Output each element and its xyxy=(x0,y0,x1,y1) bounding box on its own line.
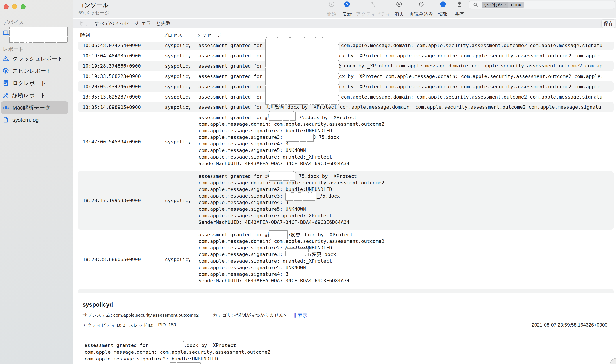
document-lines-icon xyxy=(2,80,9,86)
toolbar-button-label: 共有 xyxy=(455,11,464,17)
sidebar-item-report-1[interactable]: スピンレポート xyxy=(0,65,73,77)
detail-pane: syspolicyd サブシステム: com.apple.security.as… xyxy=(73,293,616,364)
table-row[interactable]: 18:28:17.199533+0900syspolicydassessment… xyxy=(78,171,614,230)
cell-time: 10:19:33.568223+0900 xyxy=(83,73,141,79)
toolbar-button-label: 消去 xyxy=(394,11,404,17)
log-message-line: com.apple.message.signature: granted:_XP… xyxy=(198,212,332,219)
pinwheel-icon xyxy=(2,67,9,74)
cell-time: 10:19:04.484935+0900 xyxy=(83,53,141,58)
search-icon xyxy=(473,2,478,7)
log-message-line: com.apple.message.signature4: 3 xyxy=(198,199,288,206)
table-row[interactable]: 10:20:05.434746+0900syspolicydassessment… xyxy=(78,81,614,91)
log-message-line: com.apple.message.signature3: xyxy=(198,193,286,199)
sidebar: デバイス レポート クラッシュレポートスピンレポートログレポート診断レポートMa… xyxy=(0,0,73,364)
table-row-partial[interactable] xyxy=(78,289,614,293)
detail-subsystem: サブシステム: com.apple.security.assessment.ou… xyxy=(82,312,199,318)
sidebar-item-label: system.log xyxy=(13,117,39,123)
clear-circle-icon xyxy=(396,1,402,7)
column-header-message[interactable]: メッセージ xyxy=(197,32,221,39)
cell-process: syspolicyd xyxy=(165,53,190,58)
reload-icon xyxy=(418,1,424,7)
column-header-process[interactable]: プロセス xyxy=(163,32,182,39)
cell-process: syspolicyd xyxy=(165,73,190,79)
message-count: 69 メッセージ xyxy=(78,10,110,16)
detail-message-line-continuation: .docx by _XProtect xyxy=(184,342,236,349)
log-message-line: com.apple.message.signature5: UNKNOWN xyxy=(198,206,306,212)
sidebar-item-report-3[interactable]: 診断レポート xyxy=(0,89,73,101)
window-title: コンソール xyxy=(78,1,109,9)
cell-process: syspolicyd xyxy=(165,84,190,89)
log-message-line-continuation: 3_75.docx xyxy=(313,134,339,141)
cell-process: syspolicyd xyxy=(165,104,190,110)
redaction-box-rows-filename xyxy=(265,38,339,105)
table-row[interactable]: 13:35:13.825287+0900syspolicydassessment… xyxy=(78,91,614,102)
search-field[interactable]: いずれか docx xyxy=(469,1,615,9)
cell-time: 10:06:48.074254+0900 xyxy=(83,42,141,48)
cell-process: syspolicyd xyxy=(165,198,190,203)
cell-time: 10:19:28.374866+0900 xyxy=(83,63,141,68)
sidebar-item-report-0[interactable]: クラッシュレポート xyxy=(0,52,73,65)
cell-time: 18:28:17.199533+0900 xyxy=(83,198,141,203)
detail-message-line: com.apple.message.signature2: bundle:UNB… xyxy=(84,355,218,362)
column-separator[interactable] xyxy=(159,33,159,40)
table-row[interactable]: 10:19:28.374866+0900syspolicydassessment… xyxy=(78,61,614,71)
log-message-line: com.apple.message.signature: granted:_XP… xyxy=(198,154,332,160)
cell-message-continuation: com.apple.message.domain: com.apple.secu… xyxy=(341,94,602,99)
table-row[interactable]: 13:35:14.898905+0900syspolicydassessment… xyxy=(78,102,614,112)
table-row[interactable]: 18:28:38.686065+0900syspolicydassessment… xyxy=(78,230,614,289)
log-message-line: com.apple.message.signature3: xyxy=(198,134,286,141)
sidebar-item-report-2[interactable]: ログレポート xyxy=(0,77,73,89)
hide-link[interactable]: 非表示 xyxy=(293,312,307,319)
sidebar-item-report-4[interactable]: Mac解析データ xyxy=(0,101,73,114)
log-message-line: com.apple.message.signature: granted:_XP… xyxy=(198,258,332,264)
sidebar-item-label: クラッシュレポート xyxy=(13,55,63,62)
detail-pid: PID: 153 xyxy=(158,322,176,327)
search-token-type[interactable]: いずれか xyxy=(482,1,508,8)
page-icon xyxy=(2,117,9,123)
detail-thread-id: スレッドID: xyxy=(129,322,153,328)
cell-process: syspolicyd xyxy=(165,139,190,144)
search-token-value[interactable]: docx xyxy=(508,1,524,8)
share-icon xyxy=(456,1,463,7)
cell-time: 18:28:38.686065+0900 xyxy=(83,257,141,262)
save-button[interactable]: 保存 xyxy=(602,20,615,28)
activity-path-icon xyxy=(370,1,376,7)
redaction-box-device-name xyxy=(9,27,68,43)
detail-message-line-continuation: 2.docx xyxy=(201,362,219,364)
cell-time: 13:35:13.825287+0900 xyxy=(83,94,141,99)
cell-time: 13:35:14.898905+0900 xyxy=(83,104,141,110)
sidebar-item-system-log[interactable]: system.log xyxy=(0,114,73,126)
column-header-time[interactable]: 時刻 xyxy=(80,32,90,39)
bar-chart-icon xyxy=(2,104,9,111)
redaction-box-row10-line1 xyxy=(269,230,288,239)
cell-message-continuation: cx by _XProtect com.apple.message.domain… xyxy=(339,73,603,79)
table-row[interactable]: 10:19:04.484935+0900syspolicydassessment… xyxy=(78,50,614,61)
log-message-line-continuation: _75.docx xyxy=(317,193,340,199)
redaction-box-row10-signature3 xyxy=(285,248,309,256)
table-row[interactable]: 10:19:33.568223+0900syspolicydassessment… xyxy=(78,71,614,81)
minimize-button[interactable] xyxy=(12,4,17,9)
detail-message-line: com.apple.message.domain: com.apple.secu… xyxy=(84,349,270,355)
column-separator[interactable] xyxy=(192,33,193,40)
sidebar-item-label: スピンレポート xyxy=(13,67,52,75)
cell-message-continuation: cx by _XProtect com.apple.message.domain… xyxy=(339,53,603,58)
log-message-line: com.apple.message.signature4: 3 xyxy=(198,271,288,277)
table-row[interactable]: 13:47:00.545394+0900syspolicydassessment… xyxy=(78,112,614,171)
table-header: 時刻 プロセス メッセージ xyxy=(73,29,616,42)
redaction-box-row8-line1 xyxy=(269,112,296,121)
log-message-line: com.apple.message.signature3: xyxy=(198,251,286,258)
log-message-line: com.apple.message.domain: com.apple.secu… xyxy=(198,121,384,128)
toolbar-button-label: 最新 xyxy=(342,11,352,17)
sidebar-toggle-icon[interactable] xyxy=(81,20,87,26)
close-button[interactable] xyxy=(3,4,9,9)
cell-message: assessment granted for 黒川賢向.docx by _XPr… xyxy=(198,104,611,110)
redaction-box-detail-signature3 xyxy=(169,363,201,364)
table-row[interactable]: 10:06:48.074254+0900syspolicydassessment… xyxy=(78,42,614,50)
sidebar-item-label: Mac解析データ xyxy=(13,104,50,111)
tab-errors-failures[interactable]: エラーと失敗 xyxy=(141,19,171,28)
log-message-line: SenderMachUUID: 4E43AFEA-0DA7-34CF-BDA4-… xyxy=(198,277,350,284)
zoom-button[interactable] xyxy=(21,4,26,9)
tab-all-messages[interactable]: すべてのメッセージ xyxy=(95,19,139,28)
detail-category: カテゴリ: <説明が見つかりません> xyxy=(213,312,287,318)
tools-icon xyxy=(2,92,9,99)
